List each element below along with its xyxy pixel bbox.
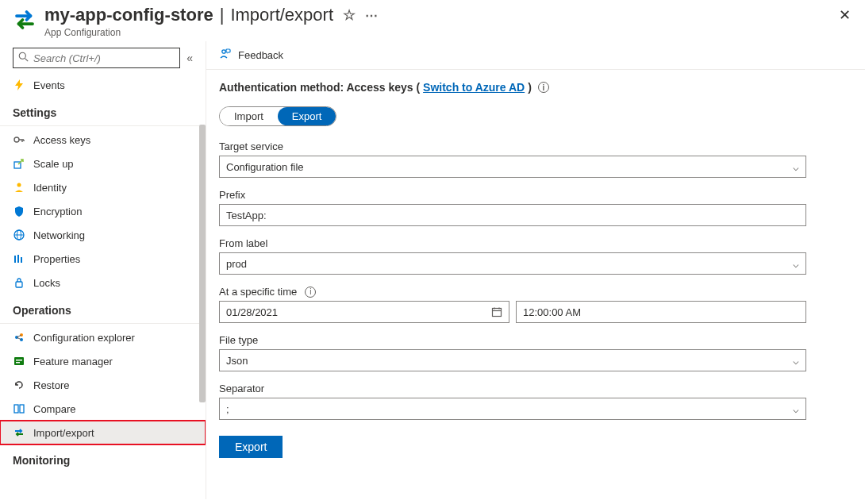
sidebar-item-events[interactable]: Events xyxy=(0,73,206,97)
select-target-service[interactable]: Configuration file ⌵ xyxy=(219,156,806,178)
label-file-type: File type xyxy=(219,334,806,346)
sidebar: « Events Settings Access keys Scale up I… xyxy=(0,41,206,499)
svg-point-4 xyxy=(17,183,21,187)
svg-point-0 xyxy=(19,52,25,59)
sidebar-item-label: Compare xyxy=(33,403,75,415)
switch-auth-link[interactable]: Switch to Azure AD xyxy=(423,81,525,94)
sidebar-item-label: Import/export xyxy=(33,427,94,439)
collapse-sidebar-icon[interactable]: « xyxy=(186,52,193,64)
svg-rect-24 xyxy=(493,309,502,317)
svg-rect-23 xyxy=(226,49,230,52)
sidebar-item-label: Identity xyxy=(33,182,67,194)
chevron-down-icon: ⌵ xyxy=(793,355,799,367)
sidebar-item-config-explorer[interactable]: Configuration explorer xyxy=(0,325,206,349)
sidebar-item-label: Access keys xyxy=(33,134,90,146)
sidebar-item-access-keys[interactable]: Access keys xyxy=(0,128,206,152)
label-at-time: At a specific time xyxy=(219,286,297,298)
sidebar-section-operations: Operations xyxy=(0,294,206,324)
info-icon[interactable]: i xyxy=(538,82,549,93)
sidebar-item-restore[interactable]: Restore xyxy=(0,373,206,397)
input-date-value: 01/28/2021 xyxy=(226,306,278,318)
label-prefix: Prefix xyxy=(219,189,806,201)
more-menu-icon[interactable]: ⋯ xyxy=(365,8,379,23)
label-from-label: From label xyxy=(219,237,806,249)
identity-icon xyxy=(13,181,25,194)
favorite-star-icon[interactable]: ☆ xyxy=(343,6,356,24)
select-file-type[interactable]: Json ⌵ xyxy=(219,349,806,371)
feedback-button[interactable]: Feedback xyxy=(219,48,283,63)
sidebar-item-label: Encryption xyxy=(33,206,82,217)
select-from-label-value: prod xyxy=(226,258,247,270)
sidebar-item-networking[interactable]: Networking xyxy=(0,223,206,247)
resource-type-icon xyxy=(13,8,37,32)
label-target-service: Target service xyxy=(219,140,806,152)
title-separator: | xyxy=(220,5,225,25)
select-separator-value: ; xyxy=(226,403,229,415)
tab-import[interactable]: Import xyxy=(220,107,278,125)
svg-line-1 xyxy=(25,59,29,62)
resource-type-label: App Configuration xyxy=(44,27,379,38)
feature-manager-icon xyxy=(13,355,25,367)
chevron-down-icon: ⌵ xyxy=(793,161,799,173)
sidebar-item-label: Networking xyxy=(33,229,85,241)
globe-icon xyxy=(13,229,25,241)
select-separator[interactable]: ; ⌵ xyxy=(219,398,806,420)
tab-export[interactable]: Export xyxy=(278,107,336,125)
input-time[interactable]: 12:00:00 AM xyxy=(516,301,806,323)
page-header: my-app-config-store | Import/export ☆ ⋯ … xyxy=(0,0,865,41)
compare-icon xyxy=(13,402,25,415)
sidebar-item-feature-manager[interactable]: Feature manager xyxy=(0,349,206,373)
restore-icon xyxy=(13,379,25,391)
sidebar-section-monitoring: Monitoring xyxy=(0,444,206,471)
input-prefix[interactable]: TestApp: xyxy=(219,204,806,226)
info-icon[interactable]: i xyxy=(305,287,316,298)
svg-rect-21 xyxy=(20,405,24,413)
resource-name: my-app-config-store xyxy=(44,5,213,25)
sidebar-item-label: Events xyxy=(33,79,65,91)
sidebar-item-label: Feature manager xyxy=(33,356,113,367)
sidebar-item-label: Scale up xyxy=(33,158,74,170)
svg-point-2 xyxy=(14,137,19,142)
command-bar: Feedback xyxy=(206,41,865,70)
sidebar-item-properties[interactable]: Properties xyxy=(0,247,206,271)
svg-rect-19 xyxy=(16,362,20,364)
sidebar-scrollbar[interactable] xyxy=(198,69,206,499)
svg-rect-20 xyxy=(14,405,18,413)
sidebar-item-import-export[interactable]: Import/export xyxy=(0,421,206,444)
scale-up-icon xyxy=(13,157,25,170)
lock-icon xyxy=(13,276,25,289)
svg-point-22 xyxy=(222,50,225,53)
bolt-icon xyxy=(13,79,25,91)
close-blade-button[interactable]: ✕ xyxy=(839,6,851,24)
select-file-type-value: Json xyxy=(226,355,248,367)
input-time-value: 12:00:00 AM xyxy=(523,306,581,318)
scrollbar-thumb[interactable] xyxy=(199,125,206,402)
sidebar-item-identity[interactable]: Identity xyxy=(0,175,206,199)
auth-method-line: Authentication method: Access keys (Swit… xyxy=(219,81,852,94)
config-explorer-icon xyxy=(13,331,25,344)
sidebar-item-encryption[interactable]: Encryption xyxy=(0,199,206,223)
feedback-label: Feedback xyxy=(238,49,283,61)
export-button[interactable]: Export xyxy=(219,436,283,458)
sidebar-search-field[interactable] xyxy=(33,52,175,64)
input-date[interactable]: 01/28/2021 xyxy=(219,301,509,323)
auth-prefix: Authentication method: Access keys ( xyxy=(219,81,420,94)
select-target-service-value: Configuration file xyxy=(226,161,304,173)
select-from-label[interactable]: prod ⌵ xyxy=(219,252,806,275)
auth-suffix: ) xyxy=(528,81,532,94)
page-title: Import/export xyxy=(230,5,333,25)
sidebar-item-label: Locks xyxy=(33,277,60,289)
sidebar-item-locks[interactable]: Locks xyxy=(0,271,206,294)
sidebar-item-label: Configuration explorer xyxy=(33,332,135,344)
svg-rect-17 xyxy=(14,357,24,365)
sidebar-item-compare[interactable]: Compare xyxy=(0,397,206,421)
import-export-toggle: Import Export xyxy=(219,106,336,126)
import-export-icon xyxy=(13,426,25,439)
calendar-icon xyxy=(491,306,502,317)
input-prefix-value: TestApp: xyxy=(226,210,267,221)
sidebar-search-input[interactable] xyxy=(13,48,180,68)
chevron-down-icon: ⌵ xyxy=(793,403,799,415)
properties-icon xyxy=(13,252,25,265)
sidebar-item-scale-up[interactable]: Scale up xyxy=(0,152,206,175)
sidebar-section-settings: Settings xyxy=(0,97,206,126)
